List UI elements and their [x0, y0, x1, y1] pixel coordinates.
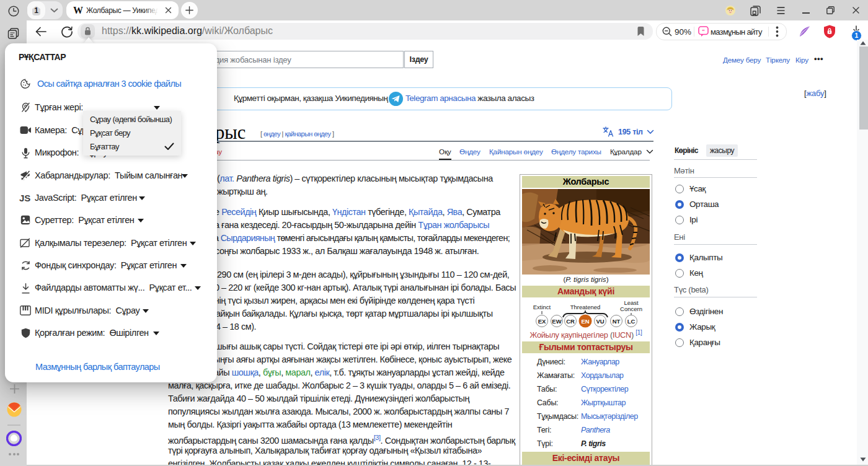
svg-text:LC: LC [627, 318, 636, 325]
svg-text:Extinct: Extinct [533, 304, 551, 310]
svg-text:Concern: Concern [620, 306, 642, 312]
svg-text:Threatened: Threatened [570, 304, 601, 310]
svg-text:VU: VU [596, 318, 604, 325]
svg-text:EX: EX [538, 318, 546, 325]
svg-text:1: 1 [34, 6, 38, 15]
svg-text:“: “ [702, 28, 705, 34]
svg-text:EW: EW [552, 318, 561, 325]
svg-text:EN: EN [581, 318, 589, 325]
svg-text:CR: CR [566, 318, 575, 325]
svg-text:NT: NT [613, 318, 621, 325]
